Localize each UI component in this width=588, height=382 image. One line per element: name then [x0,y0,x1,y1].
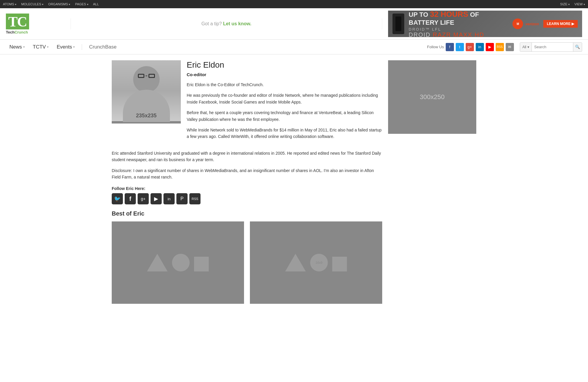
follow-pinterest[interactable]: P [176,193,188,204]
author-bio-5: Eric attended Stanford University and gr… [112,150,382,163]
best-item-2-circle: 16x9 [310,254,328,271]
search-button[interactable]: 🔍 [573,43,582,51]
best-item-2[interactable]: 16x9 [250,221,382,304]
glasses-bridge [146,76,147,76]
glasses-right [148,74,155,78]
all-menu[interactable]: ALL [93,2,99,6]
ad-motorola-logo: M [512,19,523,29]
ad-battery-text: UP TO 32 HOURS OF BATTERY LIFE [409,11,508,26]
author-bio-6: Disclosure: I own a significant number o… [112,167,382,181]
site-name: TechCrunch [6,30,29,34]
social-icon-twitter[interactable]: t [456,43,464,51]
follow-icons: 🐦 f g+ ▶ in P RSS [112,193,382,204]
follow-googleplus[interactable]: g+ [138,193,149,204]
social-icon-youtube[interactable]: ▶ [486,43,494,51]
author-info: Eric Eldon Co-editor Eric Eldon is the C… [187,60,382,144]
search-area: All ▾ 🔍 [520,42,582,52]
best-item-2-square [332,257,347,271]
nav-events-arrow: ▾ [73,45,75,49]
tip-text: Got a tip? [201,21,222,26]
follow-area: Follow Us f t g+ in ▶ RSS ✉ [427,43,514,51]
best-item-1-shapes [147,254,209,271]
atoms-menu[interactable]: ATOMS ▾ [3,2,16,6]
search-all-label: All [522,45,526,49]
sidebar-ad[interactable]: 300x250 [388,60,476,134]
content-area: 235x235 Eric Eldon Co-editor Eric Eldon … [112,60,382,304]
social-icon-facebook[interactable]: f [446,43,454,51]
best-item-1-square [194,257,209,271]
follow-section-title: Follow Eric Here: [112,186,382,191]
site-name-tech: Tech [6,30,14,34]
author-photo: 235x235 [112,60,181,124]
nav-tctv-label: TCTV [33,44,46,50]
ad-logos: M verizon [512,19,539,29]
pages-menu[interactable]: PAGES ▾ [75,2,88,6]
tc-logo-letters: TC [6,14,29,29]
view-menu[interactable]: VIEW ▾ [574,2,585,6]
tip-link[interactable]: Let us know. [223,21,251,26]
nav-item-events[interactable]: Events ▾ [53,40,78,54]
nav-tctv-arrow: ▾ [47,45,49,49]
best-item-1-triangle [147,254,168,271]
author-bio-3: Before that, he spent a couple years cov… [187,109,382,123]
nav-events-label: Events [57,44,72,50]
best-item-1-circle [172,254,190,271]
best-of-title: Best of Eric [112,210,382,217]
nav-news-arrow: ▾ [23,45,25,49]
photo-dimensions-label: 235x235 [136,113,156,119]
ad-razr-name: RAZR MAXX HD [433,31,484,37]
ad-learn-more-button[interactable]: LEARN MORE ▶ [543,20,578,28]
main-nav: News ▾ TCTV ▾ Events ▾ CrunchBase Follow… [0,40,588,54]
dev-toolbar-right: SIZE ▾ VIEW ▾ [560,2,585,6]
ad-razr-text: DROID RAZR MAXX HD [409,31,508,37]
social-icon-rss[interactable]: RSS [496,43,504,51]
size-menu[interactable]: SIZE ▾ [560,2,570,6]
search-input[interactable] [532,43,573,51]
author-bio: Eric Eldon is the Co-Editor of TechCrunc… [187,81,382,140]
ad-verizon-logo: verizon [525,22,539,26]
dev-toolbar: ATOMS ▾ MOLECULES ▾ ORGANISMS ▾ PAGES ▾ … [0,0,588,8]
follow-youtube[interactable]: ▶ [151,193,162,204]
best-item-1[interactable] [112,221,244,304]
logo-area: TC TechCrunch [6,14,65,34]
author-name: Eric Eldon [187,60,382,70]
header-ad-banner[interactable]: UP TO 32 HOURS OF BATTERY LIFE DROID™ LF… [388,11,582,37]
author-bio-4: While Inside Network sold to WebMediaBra… [187,127,382,140]
nav-item-crunchbase[interactable]: CrunchBase [86,40,120,54]
follow-linkedin[interactable]: in [163,193,175,204]
social-icon-email[interactable]: ✉ [506,43,514,51]
best-item-2-shapes: 16x9 [285,254,347,271]
molecules-menu[interactable]: MOLECULES ▾ [21,2,44,6]
nav-item-news[interactable]: News ▾ [6,40,28,54]
follow-section: Follow Eric Here: 🐦 f g+ ▶ in P RSS [112,186,382,204]
social-icon-googleplus[interactable]: g+ [466,43,474,51]
best-of-grid: 16x9 [112,221,382,304]
author-bio-1: Eric Eldon is the Co-Editor of TechCrunc… [187,81,382,88]
dev-toolbar-left: ATOMS ▾ MOLECULES ▾ ORGANISMS ▾ PAGES ▾ … [3,2,99,6]
best-item-2-image: 16x9 [250,221,382,304]
glasses-left [138,74,144,78]
author-title: Co-editor [187,72,382,77]
follow-twitter[interactable]: 🐦 [112,193,123,204]
best-item-2-ratio: 16x9 [315,261,323,264]
site-logo[interactable]: TC TechCrunch [6,14,29,34]
follow-label: Follow Us [427,45,444,49]
sidebar: 300x250 [388,60,476,304]
main-content: 235x235 Eric Eldon Co-editor Eric Eldon … [106,54,482,310]
best-item-1-image [112,221,244,304]
nav-item-tctv[interactable]: TCTV ▾ [29,40,52,54]
search-all-arrow: ▾ [527,45,529,49]
best-item-2-triangle [285,254,306,271]
follow-facebook[interactable]: f [125,193,136,204]
ad-text-area: UP TO 32 HOURS OF BATTERY LIFE DROID™ LF… [409,11,508,37]
social-icon-linkedin[interactable]: in [476,43,484,51]
header-banner: TC TechCrunch Got a tip? Let us know. UP… [0,8,588,40]
site-name-crunch: Crunch [14,30,28,34]
search-all-dropdown[interactable]: All ▾ [520,43,532,51]
organisms-menu[interactable]: ORGANISMS ▾ [48,2,70,6]
author-bio-2: He was previously the co-founder and edi… [187,92,382,105]
ad-droid-label: DROID™ LFL [409,27,508,31]
author-header: 235x235 Eric Eldon Co-editor Eric Eldon … [112,60,382,144]
follow-rss[interactable]: RSS [189,193,201,204]
nav-divider [82,44,82,50]
